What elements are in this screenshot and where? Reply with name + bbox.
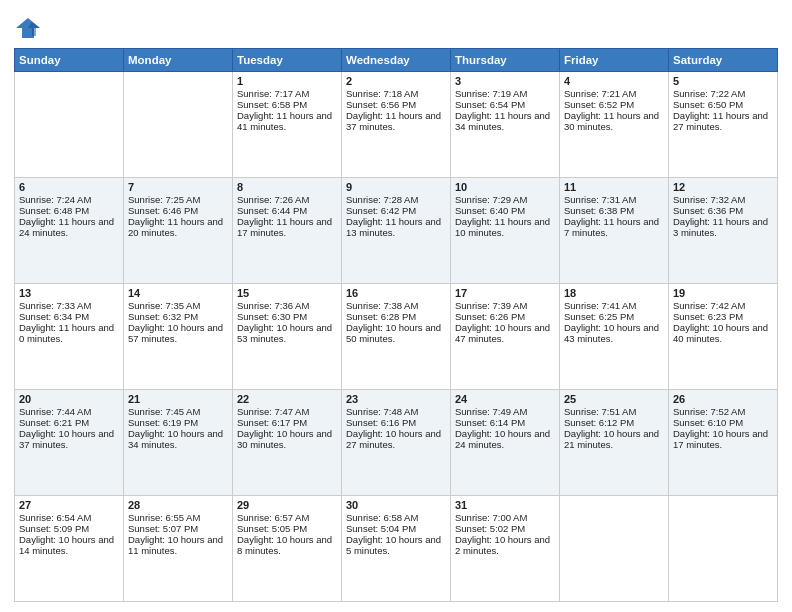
sunset: Sunset: 6:34 PM <box>19 311 89 322</box>
sunset: Sunset: 6:30 PM <box>237 311 307 322</box>
sunrise: Sunrise: 7:19 AM <box>455 88 527 99</box>
daylight: Daylight: 10 hours and 30 minutes. <box>237 428 332 450</box>
sunrise: Sunrise: 7:39 AM <box>455 300 527 311</box>
sunrise: Sunrise: 7:21 AM <box>564 88 636 99</box>
calendar-week-row: 13Sunrise: 7:33 AMSunset: 6:34 PMDayligh… <box>15 284 778 390</box>
day-number: 27 <box>19 499 119 511</box>
sunrise: Sunrise: 7:32 AM <box>673 194 745 205</box>
day-number: 12 <box>673 181 773 193</box>
calendar-cell <box>669 496 778 602</box>
sunset: Sunset: 6:50 PM <box>673 99 743 110</box>
day-number: 2 <box>346 75 446 87</box>
sunset: Sunset: 6:36 PM <box>673 205 743 216</box>
sunset: Sunset: 6:14 PM <box>455 417 525 428</box>
sunrise: Sunrise: 7:36 AM <box>237 300 309 311</box>
day-number: 1 <box>237 75 337 87</box>
calendar-cell: 22Sunrise: 7:47 AMSunset: 6:17 PMDayligh… <box>233 390 342 496</box>
sunrise: Sunrise: 7:44 AM <box>19 406 91 417</box>
sunrise: Sunrise: 7:38 AM <box>346 300 418 311</box>
sunrise: Sunrise: 7:24 AM <box>19 194 91 205</box>
daylight: Daylight: 11 hours and 37 minutes. <box>346 110 441 132</box>
day-number: 5 <box>673 75 773 87</box>
daylight: Daylight: 10 hours and 53 minutes. <box>237 322 332 344</box>
calendar-cell: 3Sunrise: 7:19 AMSunset: 6:54 PMDaylight… <box>451 72 560 178</box>
sunrise: Sunrise: 7:35 AM <box>128 300 200 311</box>
daylight: Daylight: 10 hours and 50 minutes. <box>346 322 441 344</box>
day-number: 24 <box>455 393 555 405</box>
sunset: Sunset: 5:09 PM <box>19 523 89 534</box>
calendar-cell: 12Sunrise: 7:32 AMSunset: 6:36 PMDayligh… <box>669 178 778 284</box>
sunrise: Sunrise: 6:58 AM <box>346 512 418 523</box>
day-number: 7 <box>128 181 228 193</box>
daylight: Daylight: 11 hours and 3 minutes. <box>673 216 768 238</box>
calendar-cell: 11Sunrise: 7:31 AMSunset: 6:38 PMDayligh… <box>560 178 669 284</box>
sunrise: Sunrise: 7:48 AM <box>346 406 418 417</box>
calendar-cell: 1Sunrise: 7:17 AMSunset: 6:58 PMDaylight… <box>233 72 342 178</box>
sunset: Sunset: 5:04 PM <box>346 523 416 534</box>
calendar-day-header: Monday <box>124 49 233 72</box>
sunrise: Sunrise: 7:33 AM <box>19 300 91 311</box>
logo <box>14 14 46 42</box>
daylight: Daylight: 10 hours and 24 minutes. <box>455 428 550 450</box>
day-number: 26 <box>673 393 773 405</box>
day-number: 20 <box>19 393 119 405</box>
daylight: Daylight: 11 hours and 0 minutes. <box>19 322 114 344</box>
calendar-cell: 4Sunrise: 7:21 AMSunset: 6:52 PMDaylight… <box>560 72 669 178</box>
daylight: Daylight: 11 hours and 7 minutes. <box>564 216 659 238</box>
calendar-cell <box>124 72 233 178</box>
sunset: Sunset: 6:23 PM <box>673 311 743 322</box>
calendar-cell: 27Sunrise: 6:54 AMSunset: 5:09 PMDayligh… <box>15 496 124 602</box>
calendar-week-row: 6Sunrise: 7:24 AMSunset: 6:48 PMDaylight… <box>15 178 778 284</box>
sunset: Sunset: 6:17 PM <box>237 417 307 428</box>
calendar-cell: 18Sunrise: 7:41 AMSunset: 6:25 PMDayligh… <box>560 284 669 390</box>
calendar-cell: 2Sunrise: 7:18 AMSunset: 6:56 PMDaylight… <box>342 72 451 178</box>
day-number: 11 <box>564 181 664 193</box>
day-number: 3 <box>455 75 555 87</box>
daylight: Daylight: 10 hours and 27 minutes. <box>346 428 441 450</box>
day-number: 14 <box>128 287 228 299</box>
sunrise: Sunrise: 7:31 AM <box>564 194 636 205</box>
sunrise: Sunrise: 6:57 AM <box>237 512 309 523</box>
sunset: Sunset: 6:32 PM <box>128 311 198 322</box>
sunrise: Sunrise: 7:22 AM <box>673 88 745 99</box>
sunrise: Sunrise: 7:51 AM <box>564 406 636 417</box>
day-number: 21 <box>128 393 228 405</box>
calendar-cell: 15Sunrise: 7:36 AMSunset: 6:30 PMDayligh… <box>233 284 342 390</box>
sunrise: Sunrise: 7:17 AM <box>237 88 309 99</box>
sunrise: Sunrise: 7:45 AM <box>128 406 200 417</box>
daylight: Daylight: 11 hours and 41 minutes. <box>237 110 332 132</box>
sunset: Sunset: 6:16 PM <box>346 417 416 428</box>
calendar-cell: 9Sunrise: 7:28 AMSunset: 6:42 PMDaylight… <box>342 178 451 284</box>
sunrise: Sunrise: 7:26 AM <box>237 194 309 205</box>
calendar-cell: 16Sunrise: 7:38 AMSunset: 6:28 PMDayligh… <box>342 284 451 390</box>
sunset: Sunset: 5:07 PM <box>128 523 198 534</box>
calendar-cell: 25Sunrise: 7:51 AMSunset: 6:12 PMDayligh… <box>560 390 669 496</box>
sunrise: Sunrise: 7:25 AM <box>128 194 200 205</box>
calendar-cell <box>15 72 124 178</box>
daylight: Daylight: 11 hours and 27 minutes. <box>673 110 768 132</box>
sunset: Sunset: 6:10 PM <box>673 417 743 428</box>
logo-icon <box>14 14 42 42</box>
header <box>14 10 778 42</box>
day-number: 8 <box>237 181 337 193</box>
day-number: 15 <box>237 287 337 299</box>
sunset: Sunset: 6:38 PM <box>564 205 634 216</box>
calendar-day-header: Sunday <box>15 49 124 72</box>
sunset: Sunset: 6:52 PM <box>564 99 634 110</box>
sunrise: Sunrise: 7:28 AM <box>346 194 418 205</box>
daylight: Daylight: 10 hours and 2 minutes. <box>455 534 550 556</box>
sunset: Sunset: 6:46 PM <box>128 205 198 216</box>
sunrise: Sunrise: 7:49 AM <box>455 406 527 417</box>
calendar-week-row: 1Sunrise: 7:17 AMSunset: 6:58 PMDaylight… <box>15 72 778 178</box>
page: SundayMondayTuesdayWednesdayThursdayFrid… <box>0 0 792 612</box>
calendar-cell: 19Sunrise: 7:42 AMSunset: 6:23 PMDayligh… <box>669 284 778 390</box>
calendar-day-header: Tuesday <box>233 49 342 72</box>
sunset: Sunset: 6:28 PM <box>346 311 416 322</box>
daylight: Daylight: 11 hours and 30 minutes. <box>564 110 659 132</box>
day-number: 23 <box>346 393 446 405</box>
daylight: Daylight: 10 hours and 17 minutes. <box>673 428 768 450</box>
daylight: Daylight: 10 hours and 57 minutes. <box>128 322 223 344</box>
calendar-cell: 20Sunrise: 7:44 AMSunset: 6:21 PMDayligh… <box>15 390 124 496</box>
sunset: Sunset: 6:12 PM <box>564 417 634 428</box>
day-number: 19 <box>673 287 773 299</box>
